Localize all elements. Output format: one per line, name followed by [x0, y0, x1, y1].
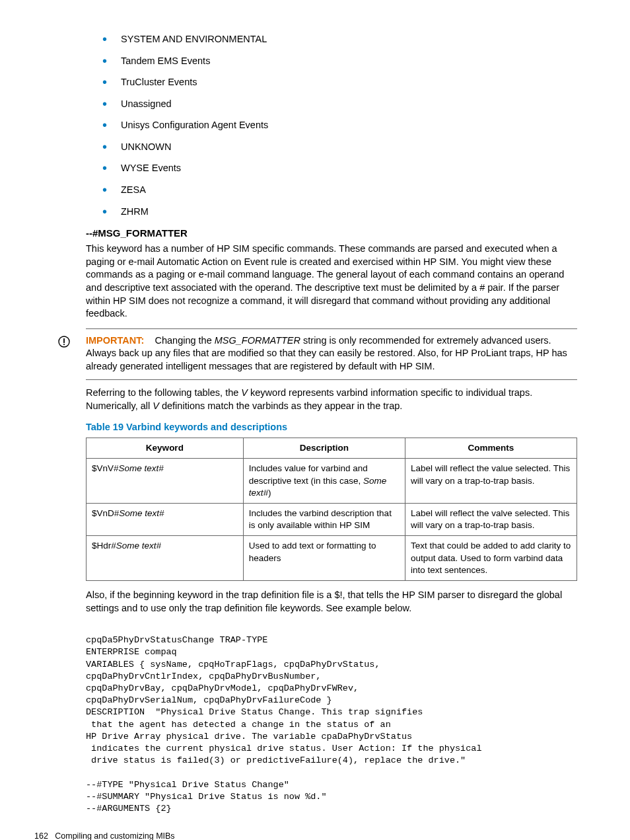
th-description: Description: [243, 438, 405, 459]
varbind-table: Keyword Description Comments $VnV#Some t…: [86, 438, 577, 581]
svg-rect-1: [63, 338, 65, 343]
list-item: Tandem EMS Events: [102, 55, 577, 68]
list-item: Unassigned: [102, 98, 577, 111]
list-item: UNKNOWN: [102, 141, 577, 154]
th-comments: Comments: [405, 438, 577, 459]
important-icon: [58, 336, 70, 352]
table-header-row: Keyword Description Comments: [87, 438, 577, 459]
list-item: ZESA: [102, 184, 577, 197]
msg-formatter-intro: This keyword has a number of HP SIM spec…: [86, 243, 577, 320]
event-type-list: SYSTEM AND ENVIRONMENTAL Tandem EMS Even…: [53, 33, 577, 218]
referring-paragraph: Referring to the following tables, the V…: [86, 387, 577, 412]
msg-formatter-heading: --#MSG_FORMATTER: [86, 227, 577, 240]
important-label: IMPORTANT:: [86, 335, 144, 346]
svg-rect-2: [63, 344, 65, 345]
table-row: $Hdr#Some text# Used to add text or form…: [87, 536, 577, 581]
list-item: ZHRM: [102, 206, 577, 219]
important-term: MSG_FORMATTER: [215, 335, 300, 346]
list-item: Unisys Configuration Agent Events: [102, 119, 577, 132]
footer-title: Compiling and customizing MIBs: [55, 831, 174, 840]
table-row: $VnV#Some text# Includes value for varbi…: [87, 459, 577, 504]
page-number: 162: [34, 831, 48, 840]
important-callout: IMPORTANT: Changing the MSG_FORMATTER st…: [86, 328, 577, 381]
after-table-paragraph: Also, if the beginning keyword in the tr…: [86, 589, 577, 615]
table-caption: Table 19 Varbind keywords and descriptio…: [86, 421, 577, 434]
page-footer: 162 Compiling and customizing MIBs: [34, 831, 577, 840]
th-keyword: Keyword: [87, 438, 244, 459]
list-item: TruCluster Events: [102, 76, 577, 89]
table-row: $VnD#Some text# Includes the varbind des…: [87, 503, 577, 535]
important-text-pre: Changing the: [155, 335, 214, 346]
list-item: WYSE Events: [102, 162, 577, 175]
list-item: SYSTEM AND ENVIRONMENTAL: [102, 33, 577, 46]
example-code-block: cpqDa5PhyDrvStatusChange TRAP-TYPE ENTER…: [86, 634, 577, 815]
